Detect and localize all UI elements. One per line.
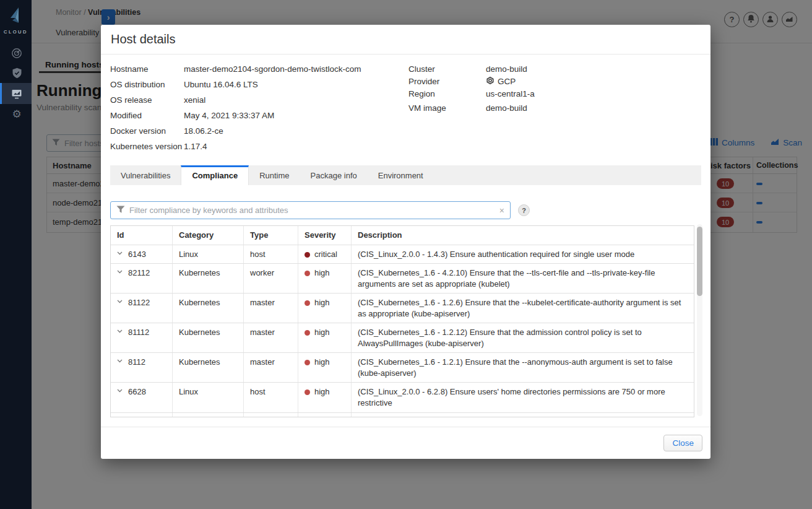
chevron-down-icon[interactable] [117,300,123,303]
compliance-table-header: Id Category Type Severity Description [111,226,694,245]
info-label: Modified [110,111,184,120]
info-label: Cluster [408,64,486,74]
compliance-id: 6628 [128,386,146,398]
tab-package-info[interactable]: Package info [300,165,368,185]
compliance-category: Kubernetes [173,264,244,293]
app-sidebar: CLOUD [0,0,32,509]
table-scrollbar[interactable] [697,224,702,416]
close-button[interactable]: Close [663,435,702,451]
prisma-cloud-logo-icon [7,6,25,27]
compliance-id: 6143 [128,249,146,260]
severity-dot [304,360,310,365]
filter-funnel-icon [116,205,125,216]
compliance-row[interactable]: 6143 Linux host critical (CIS_Linux_2.0.… [111,245,694,264]
chevron-down-icon[interactable] [117,359,123,363]
info-value: demo-build [486,64,527,74]
compliance-type: host [244,413,298,417]
modal-tabs: Vulnerabilities Compliance Runtime Packa… [110,165,701,185]
provider-name: GCP [498,77,516,86]
compliance-id: 8112 [128,357,145,368]
compliance-row[interactable]: 6528 Linux host high (CIS_Linux_2.0.0 - … [111,412,694,417]
compliance-row[interactable]: 8112 Kubernetes master high (CIS_Kuberne… [111,352,694,382]
info-value: Ubuntu 16.04.6 LTS [184,80,258,89]
severity-label: high [314,328,330,337]
info-value: 18.06.2-ce [184,126,223,136]
chevron-down-icon[interactable] [117,389,123,393]
tab-vulnerabilities[interactable]: Vulnerabilities [110,165,181,185]
gcp-icon [486,76,495,87]
host-info: Hostnamemaster-demo2104-sgordon-demo-twi… [110,63,701,152]
modal-header: Host details [101,25,710,54]
provider-value: GCP [486,76,516,87]
shield-icon [12,67,22,79]
compliance-row[interactable]: 82112 Kubernetes worker high (CIS_Kubern… [111,263,694,293]
compliance-type: master [244,353,298,382]
compliance-id: 81112 [128,327,149,338]
info-value: May 4, 2021 9:33:37 AM [184,111,274,120]
compliance-description: (CIS_Kubernetes_1.6 - 1.2.1) Ensure that… [352,353,694,382]
compliance-category: Linux [173,245,244,264]
info-label: OS release [110,95,184,105]
info-label: Hostname [110,64,184,74]
severity-label: high [314,268,330,277]
tab-environment[interactable]: Environment [368,165,434,185]
info-value: xenial [184,95,205,105]
severity-header[interactable]: Severity [298,226,352,245]
compliance-type: master [244,323,298,352]
description-header[interactable]: Description [352,226,694,245]
clear-filter-icon[interactable]: × [499,206,504,215]
tab-runtime[interactable]: Runtime [249,165,300,185]
info-value: master-demo2104-sgordon-demo-twistlock-c… [184,64,361,74]
monitor-chart-icon [11,89,22,99]
severity-dot [304,271,310,276]
compliance-description: (CIS_Kubernetes_1.6 - 1.2.6) Ensure that… [352,294,694,323]
info-label: Docker version [110,126,184,136]
compliance-type: host [244,245,298,264]
scrollbar-thumb[interactable] [697,227,702,296]
severity-label: high [314,298,330,307]
chevron-down-icon[interactable] [117,251,123,255]
modal-footer: Close [101,427,710,459]
info-value: demo-build [486,103,527,113]
logo-label: CLOUD [0,29,32,35]
host-details-modal: Host details Hostnamemaster-demo2104-sgo… [101,25,710,459]
gear-icon: ⚙ [12,109,21,120]
chevron-down-icon[interactable] [117,270,123,274]
compliance-type: master [244,294,298,323]
info-value: 1.17.4 [184,142,207,151]
info-label: Kubernetes version [110,142,184,151]
sidebar-item-defend[interactable] [0,63,32,83]
compliance-table: Id Category Type Severity Description 61… [110,225,694,417]
severity-dot [304,252,310,258]
compliance-id: 6528 [128,417,146,417]
radar-icon [11,48,22,59]
compliance-filter-input[interactable] [129,206,495,215]
tab-compliance[interactable]: Compliance [181,165,249,185]
compliance-row[interactable]: 6628 Linux host high (CIS_Linux_2.0.0 - … [111,382,694,412]
chevron-down-icon[interactable] [117,329,123,333]
sidebar-item-radar[interactable] [0,43,32,63]
sidebar-item-manage[interactable]: ⚙ [0,104,32,124]
compliance-category: Linux [173,383,244,412]
type-header[interactable]: Type [244,226,298,245]
compliance-category: Kubernetes [173,323,244,352]
info-value: us-central1-a [486,89,535,98]
compliance-category: Kubernetes [173,353,244,382]
filter-help-button[interactable]: ? [518,204,530,216]
compliance-filter-box[interactable]: × [110,201,511,219]
compliance-description: (CIS_Linux_2.0.0 - 1.4.3) Ensure authent… [352,245,694,264]
category-header[interactable]: Category [173,226,244,245]
compliance-row[interactable]: 81122 Kubernetes master high (CIS_Kubern… [111,293,694,323]
compliance-description: (CIS_Kubernetes_1.6 - 4.2.10) Ensure tha… [352,264,694,293]
compliance-description: (CIS_Linux_2.0.0 - 6.2.8) Ensure users' … [352,383,694,412]
compliance-type: worker [244,264,298,293]
info-label: VM image [408,103,486,113]
compliance-type: host [244,383,298,412]
severity-dot [304,389,310,395]
compliance-id: 81122 [128,297,150,308]
severity-label: high [314,387,330,396]
id-header[interactable]: Id [111,226,173,245]
sidebar-item-monitor[interactable] [0,83,32,104]
compliance-description: (CIS_Kubernetes_1.6 - 1.2.12) Ensure tha… [352,323,694,352]
compliance-row[interactable]: 81112 Kubernetes master high (CIS_Kubern… [111,323,694,352]
